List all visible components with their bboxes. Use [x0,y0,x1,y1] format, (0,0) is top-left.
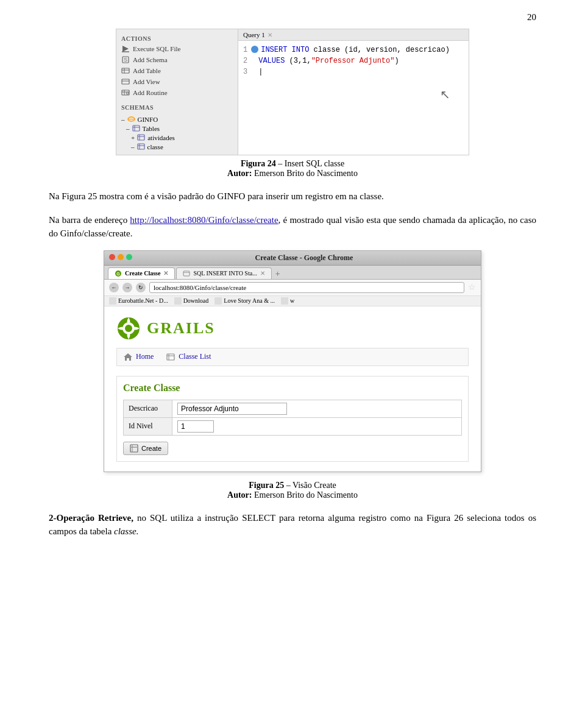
fig24-caption-bold: Figura 24 [241,159,276,168]
sql-code-1: INSERT INTO classe (id, version, descric… [261,44,450,55]
bookmark-3[interactable]: w [281,297,294,305]
grails-logo: GRAILS [116,316,469,341]
bookmark-icon-3 [281,297,288,305]
tree-tables-label: Tables [143,125,160,132]
svg-rect-32 [167,354,174,360]
new-tab-btn[interactable]: + [275,269,280,279]
form-actions: Create [123,442,462,455]
home-icon [123,352,133,362]
form-label-0: Descricao [124,400,172,417]
line-number-1: 1 [243,44,247,55]
sql-editor-content[interactable]: 1 INSERT INTO classe (id, version, descr… [238,41,469,81]
bookmark-0[interactable]: Eurobattle.Net - D... [109,297,168,305]
svg-rect-18 [138,135,144,140]
grails-logo-text: GRAILS [147,319,215,337]
bookmark-star[interactable]: ☆ [468,282,476,292]
grails-nav: Home Classe List [116,348,469,366]
line-number-2: 2 [243,55,247,66]
tab-1-close[interactable]: ✕ [260,270,265,277]
line-number-3: 3 [243,66,247,77]
bookmark-icon-2 [214,297,222,305]
create-btn-label: Create [141,445,161,452]
svg-rect-7 [122,79,129,84]
query-tab[interactable]: Query 1 ✕ [238,29,469,41]
chrome-addressbar: ← → ↻ localhost:8080/Ginfo/classe/create… [104,280,481,296]
forward-btn[interactable]: → [122,283,132,292]
execute-sql-action[interactable]: Execute SQL File [116,43,238,54]
add-schema-label: Add Schema [133,56,168,63]
tab-0-close[interactable]: ✕ [163,270,168,277]
schema-tree: – GINFO – Tables + atividades – [116,115,238,151]
id-nivel-input[interactable] [177,420,214,433]
add-view-action[interactable]: Add View [116,76,238,87]
chrome-tab-0[interactable]: G Create Classe ✕ [108,267,175,279]
form-table: Descricao Id Nivel [123,400,462,436]
bookmark-icon-1 [174,297,182,305]
add-table-action[interactable]: Add Table [116,65,238,76]
form-value-1 [172,417,462,435]
nav-home[interactable]: Home [123,352,154,362]
query-tab-close[interactable]: ✕ [268,32,272,38]
paragraph2-start: Na barra de endereço [49,215,130,225]
create-button[interactable]: Create [123,442,168,455]
execute-sql-label: Execute SQL File [133,45,180,52]
nav-home-label: Home [136,352,154,361]
bookmark-label-2: Love Story Ana & ... [224,297,275,304]
svg-text:G: G [116,272,120,276]
tree-item-tables[interactable]: – Tables [116,124,238,133]
svg-rect-15 [133,125,140,131]
form-row-0: Descricao [124,400,462,417]
svg-marker-31 [124,353,132,361]
grails-logo-icon [116,316,141,341]
fig25-caption-text: – Visão Create [284,481,336,490]
fig25-caption-bold: Figura 25 [249,481,284,490]
tree-item-atividades[interactable]: + atividades [116,133,238,142]
bookmark-1[interactable]: Download [174,297,209,305]
figure25-caption: Figura 25 – Visão Create Autor: Emerson … [49,481,536,500]
svg-rect-36 [130,447,138,448]
bookmark-label-3: w [290,297,294,304]
back-btn[interactable]: ← [109,283,119,292]
chrome-tab-1[interactable]: SQL INSERT INTO Sta... ✕ [176,267,271,279]
toggle-classe: – [131,143,135,150]
form-value-0 [172,400,462,417]
left-panel: ACTIONS Execute SQL File S Add Schema Ad… [116,29,238,155]
chrome-bookmarks-bar: Eurobattle.Net - D... Download Love Stor… [104,296,481,306]
sql-line-3: 3 [243,66,464,77]
grails-content-area: GRAILS Home Classe List [104,306,481,472]
add-routine-action[interactable]: Add Routine [116,87,238,98]
bookmark-2[interactable]: Love Story Ana & ... [214,297,275,305]
descricao-input[interactable] [177,403,287,415]
toggle-tables: – [126,125,130,132]
chrome-titlebar: Create Classe - Google Chrome [104,251,481,266]
svg-text:S: S [124,57,127,63]
nav-classe-list[interactable]: Classe List [166,352,211,362]
paragraph2-link[interactable]: http://localhost:8080/Ginfo/classe/creat… [130,215,278,225]
sql-line-2: 2 VALUES (3,1,"Professor Adjunto") [243,55,464,66]
grails-form-area: Create Classe Descricao Id Nivel [116,376,469,462]
fig24-author-bold: Autor: [227,169,252,178]
line-indicator-1 [251,46,258,53]
chrome-tab-0-label: Create Classe [125,270,160,277]
fig24-author-text: Emerson Brito do Nascimento [252,169,358,178]
refresh-btn[interactable]: ↻ [136,283,146,292]
chrome-tab-1-label: SQL INSERT INTO Sta... [193,270,257,277]
fig25-author-bold: Autor: [227,490,252,500]
svg-rect-4 [122,68,129,73]
bookmark-label-0: Eurobattle.Net - D... [118,297,168,304]
fig24-caption-text: – Insert SQL classe [276,159,344,168]
close-btn[interactable] [109,254,115,260]
address-input[interactable]: localhost:8080/Ginfo/classe/create [149,282,464,293]
tree-ginfo-label: GINFO [138,116,158,123]
create-btn-icon [130,444,138,453]
svg-marker-0 [122,46,129,52]
add-schema-action[interactable]: S Add Schema [116,54,238,65]
tree-item-classe[interactable]: – classe [116,142,238,151]
svg-rect-26 [183,271,190,276]
maximize-btn[interactable] [126,254,132,260]
paragraph3-italic: classe. [114,526,138,536]
minimize-btn[interactable] [118,254,124,260]
add-table-label: Add Table [133,67,161,74]
svg-point-12 [126,92,129,94]
tree-item-ginfo[interactable]: – GINFO [116,115,238,124]
